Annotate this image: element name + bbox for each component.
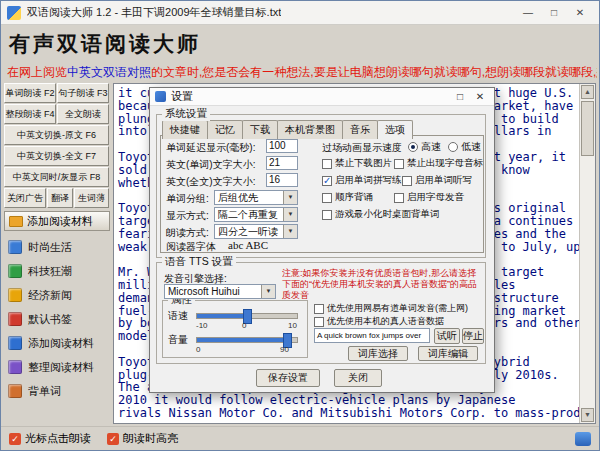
dialog-maximize-button[interactable]: □ [451, 91, 469, 102]
sidebar-item-vocabulary[interactable]: 背单词 [8, 379, 110, 403]
volume-min-label: 0 [196, 345, 200, 354]
tab-memory[interactable]: 记忆 [207, 120, 243, 139]
toggle-fulltext-f7-button[interactable]: 中英文切换-全文 F7 [4, 146, 109, 166]
dialog-title: 设置 [171, 89, 193, 104]
animation-speed-label: 过场动画显示速度 [322, 141, 402, 155]
lexicon-select-button[interactable]: 词库选择 [348, 346, 408, 361]
sidebar-item-organize-materials[interactable]: 整理阅读材料 [8, 355, 110, 379]
no-phonetic-checkbox[interactable]: 禁止出现字母音标 [394, 157, 483, 170]
checkbox-icon [394, 193, 404, 203]
tab-shortcut-keys[interactable]: 快捷键 [162, 120, 208, 139]
organize-materials-icon [8, 360, 22, 374]
dialog-close-x-button[interactable]: ✕ [471, 91, 489, 102]
tab-music[interactable]: 音乐 [342, 120, 378, 139]
chevron-down-icon: ▼ [261, 285, 275, 298]
fulltext-read-button[interactable]: 全文朗读 [57, 104, 109, 124]
bookmark-icon [8, 312, 22, 326]
rate-mid-label: 0 [242, 321, 246, 330]
read-mode-select[interactable]: 四分之一听读▼ [214, 224, 298, 239]
toggle-original-f6-button[interactable]: 中英文切换-原文 F6 [4, 125, 109, 145]
sidebar: 单词朗读 F2 句子朗读 F3 整段朗读 F4 全文朗读 中英文切换-原文 F6… [4, 83, 110, 424]
word-font-size-input[interactable]: 21 [266, 156, 298, 170]
close-ads-button[interactable]: 关闭广告 [4, 188, 46, 208]
volume-slider[interactable] [196, 337, 298, 343]
word-font-size-label: 英文(单词)文字大小: [166, 158, 255, 172]
tab-local-background[interactable]: 本机背景图 [277, 120, 343, 139]
volume-value-label: 90 [280, 345, 289, 354]
save-settings-button[interactable]: 保存设置 [256, 369, 320, 387]
check-icon [9, 433, 21, 445]
checkbox-icon [394, 159, 404, 169]
sidebar-item-fashion-life[interactable]: 时尚生活 [8, 235, 110, 259]
tts-note: 注意:如果你安装并没有优质语音包时,那么请选择下面的“优先使用本机安装的真人语音… [282, 268, 480, 301]
checkbox-icon [322, 193, 332, 203]
spelling-practice-checkbox[interactable]: 启用单词拼写练习 [322, 174, 411, 187]
chevron-down-icon: ▼ [283, 225, 297, 238]
rate-slider-fill [197, 314, 247, 318]
cursor-click-read-toggle[interactable]: 光标点击朗读 [9, 431, 91, 446]
minimized-vocab-checkbox[interactable]: 游戏最小化时桌面背单词 [322, 208, 440, 221]
cursor-click-read-label: 光标点击朗读 [25, 431, 91, 446]
read-highlight-toggle[interactable]: 朗读时高亮 [107, 431, 178, 446]
tab-options[interactable]: 选项 [377, 120, 413, 139]
scrollbar-up-button[interactable]: ▲ [581, 85, 594, 99]
chevron-down-icon: ▼ [283, 191, 297, 204]
tab-download[interactable]: 下载 [242, 120, 278, 139]
vertical-scrollbar[interactable]: ▲ ▼ [579, 84, 595, 423]
tts-test-input[interactable]: A quick brown fox jumps over [314, 328, 430, 343]
rate-slider[interactable] [196, 313, 298, 319]
vocabulary-book-button[interactable]: 生词薄 [74, 188, 109, 208]
vocabulary-icon [8, 384, 22, 398]
delay-label: 单词延迟显示(毫秒): [166, 141, 255, 155]
youdao-pronounce-checkbox[interactable]: 优先使用网易有道单词发音(需上网) [314, 302, 468, 315]
sidebar-item-tech[interactable]: 科技狂潮 [8, 259, 110, 283]
radio-icon [448, 142, 458, 152]
maximize-button[interactable]: □ [541, 4, 567, 22]
sidebar-item-default-bookmarks[interactable]: 默认书签 [8, 307, 110, 331]
close-dialog-button[interactable]: 关闭 [334, 369, 382, 387]
header: 有声双语阅读大师 在网上阅览中英文双语对照的文章时,您是否会有一种想法,要是让电… [1, 27, 599, 81]
listen-button[interactable]: 试听 [434, 328, 460, 344]
sentence-read-button[interactable]: 句子朗读 F3 [57, 83, 109, 103]
dictation-checkbox[interactable]: 启用单词听写 [402, 174, 472, 187]
delay-input[interactable]: 100 [266, 139, 298, 153]
statusbar: 光标点击朗读 朗读时高亮 [1, 426, 599, 450]
add-materials-icon [8, 336, 22, 350]
tree-label: 添加阅读材料 [28, 336, 94, 351]
stop-button[interactable]: 停止 [462, 328, 484, 344]
titlebar: 双语阅读大师 1.2 - 丰田下调2009年全球销量目标.txt — □ ✕ [1, 1, 599, 25]
sequential-recite-checkbox[interactable]: 顺序背诵 [322, 191, 373, 204]
lexicon-edit-button[interactable]: 词库编辑 [418, 346, 478, 361]
anim-speed-slow-radio[interactable]: 低速 [448, 140, 481, 154]
rate-min-label: -10 [196, 321, 208, 330]
library-header[interactable]: 添加阅读材料 [4, 211, 110, 231]
settings-tabs: 快捷键 记忆 下载 本机背景图 音乐 选项 [162, 120, 412, 139]
display-mode-select[interactable]: 隔二个再重复▼ [214, 207, 298, 222]
word-read-button[interactable]: 单词朗读 F2 [4, 83, 56, 103]
word-split-select[interactable]: 后组优先▼ [214, 190, 298, 205]
no-image-download-checkbox[interactable]: 禁止下载图片 [322, 157, 392, 170]
bilingual-gray-f8-button[interactable]: 中英文同时/灰显示 F8 [4, 167, 109, 187]
library-header-label: 添加阅读材料 [27, 214, 93, 229]
fulltext-font-size-input[interactable]: 16 [266, 173, 298, 187]
settings-dialog-icon [155, 91, 166, 102]
local-voice-checkbox[interactable]: 优先使用本机的真人语音数据 [314, 315, 444, 328]
translate-button[interactable]: 翻译 [47, 188, 73, 208]
tts-engine-select[interactable]: Microsoft Huihui▼ [164, 284, 276, 299]
anim-speed-fast-radio[interactable]: 高速 [408, 140, 441, 154]
close-button[interactable]: ✕ [567, 4, 593, 22]
scrollbar-down-button[interactable]: ▼ [581, 408, 594, 422]
dialog-controls: □ ✕ [451, 91, 489, 102]
scrollbar-thumb[interactable] [581, 101, 594, 156]
letter-sound-checkbox[interactable]: 启用字母发音 [394, 191, 464, 204]
bilingual-link[interactable]: 中英文双语对照 [67, 65, 151, 79]
sidebar-item-economy-news[interactable]: 经济新闻 [8, 283, 110, 307]
reader-font-preview[interactable]: abc ABC [228, 239, 268, 251]
paragraph-read-button[interactable]: 整段朗读 F4 [4, 104, 56, 124]
volume-label: 音量 [168, 333, 188, 347]
dialog-titlebar: 设置 □ ✕ [150, 88, 494, 106]
tree-label: 时尚生活 [28, 240, 72, 255]
sidebar-item-add-materials[interactable]: 添加阅读材料 [8, 331, 110, 355]
minimize-button[interactable]: — [515, 4, 541, 22]
tree-label: 经济新闻 [28, 288, 72, 303]
